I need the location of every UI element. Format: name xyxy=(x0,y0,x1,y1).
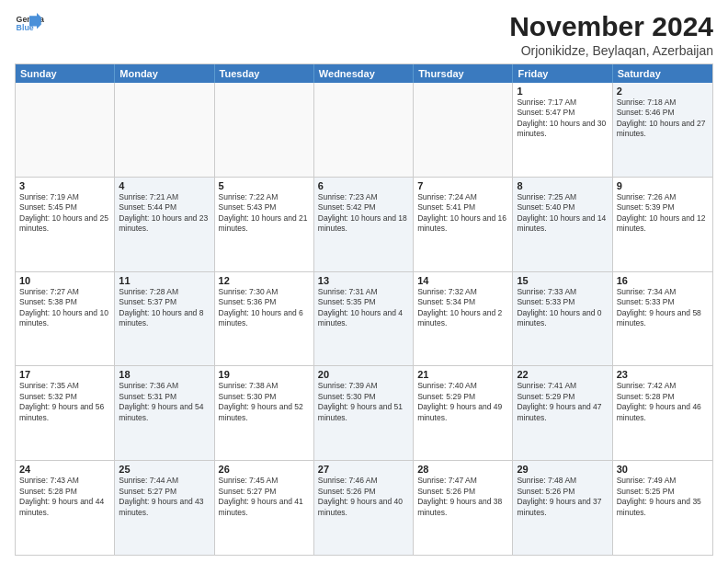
cell-info: Sunrise: 7:41 AM Sunset: 5:29 PM Dayligh… xyxy=(517,381,608,423)
cell-info: Sunrise: 7:34 AM Sunset: 5:33 PM Dayligh… xyxy=(617,287,709,329)
cell-info: Sunrise: 7:18 AM Sunset: 5:46 PM Dayligh… xyxy=(617,98,709,140)
cell-info: Sunrise: 7:42 AM Sunset: 5:28 PM Dayligh… xyxy=(617,381,709,423)
calendar-cell: 19Sunrise: 7:38 AM Sunset: 5:30 PM Dayli… xyxy=(215,366,314,460)
calendar-cell: 10Sunrise: 7:27 AM Sunset: 5:38 PM Dayli… xyxy=(16,272,115,366)
day-number: 10 xyxy=(19,275,110,286)
calendar-cell: 20Sunrise: 7:39 AM Sunset: 5:30 PM Dayli… xyxy=(314,366,414,460)
day-number: 2 xyxy=(617,86,709,97)
day-number: 25 xyxy=(119,464,210,475)
day-number: 29 xyxy=(517,464,608,475)
day-number: 20 xyxy=(318,369,409,380)
cell-info: Sunrise: 7:19 AM Sunset: 5:45 PM Dayligh… xyxy=(19,192,110,235)
calendar-cell: 3Sunrise: 7:19 AM Sunset: 5:45 PM Daylig… xyxy=(16,178,115,271)
cell-info: Sunrise: 7:21 AM Sunset: 5:44 PM Dayligh… xyxy=(119,192,210,235)
calendar-body: 1Sunrise: 7:17 AM Sunset: 5:47 PM Daylig… xyxy=(16,83,712,555)
day-number: 6 xyxy=(318,180,409,191)
cell-info: Sunrise: 7:48 AM Sunset: 5:26 PM Dayligh… xyxy=(517,476,608,518)
calendar-cell: 14Sunrise: 7:32 AM Sunset: 5:34 PM Dayli… xyxy=(414,272,513,366)
calendar: SundayMondayTuesdayWednesdayThursdayFrid… xyxy=(15,63,713,556)
calendar-cell: 17Sunrise: 7:35 AM Sunset: 5:32 PM Dayli… xyxy=(16,366,115,460)
calendar-cell: 16Sunrise: 7:34 AM Sunset: 5:33 PM Dayli… xyxy=(613,272,712,366)
header-day-friday: Friday xyxy=(513,64,612,83)
day-number: 21 xyxy=(417,369,508,380)
day-number: 1 xyxy=(517,86,608,97)
cell-info: Sunrise: 7:28 AM Sunset: 5:37 PM Dayligh… xyxy=(119,287,210,329)
title-block: November 2024 Orjonikidze, Beylaqan, Aze… xyxy=(509,11,713,58)
calendar-cell: 15Sunrise: 7:33 AM Sunset: 5:33 PM Dayli… xyxy=(513,272,612,366)
calendar-header: SundayMondayTuesdayWednesdayThursdayFrid… xyxy=(16,64,712,83)
calendar-cell: 18Sunrise: 7:36 AM Sunset: 5:31 PM Dayli… xyxy=(115,366,214,460)
calendar-cell xyxy=(16,83,115,177)
cell-info: Sunrise: 7:17 AM Sunset: 5:47 PM Dayligh… xyxy=(517,98,608,140)
day-number: 23 xyxy=(617,369,709,380)
calendar-cell: 11Sunrise: 7:28 AM Sunset: 5:37 PM Dayli… xyxy=(115,272,214,366)
calendar-cell: 7Sunrise: 7:24 AM Sunset: 5:41 PM Daylig… xyxy=(414,178,513,271)
calendar-cell xyxy=(414,83,513,177)
calendar-cell: 1Sunrise: 7:17 AM Sunset: 5:47 PM Daylig… xyxy=(513,83,612,177)
day-number: 15 xyxy=(517,275,608,286)
cell-info: Sunrise: 7:39 AM Sunset: 5:30 PM Dayligh… xyxy=(318,381,409,423)
calendar-cell: 27Sunrise: 7:46 AM Sunset: 5:26 PM Dayli… xyxy=(314,461,414,555)
calendar-cell: 5Sunrise: 7:22 AM Sunset: 5:43 PM Daylig… xyxy=(215,178,314,271)
cell-info: Sunrise: 7:30 AM Sunset: 5:36 PM Dayligh… xyxy=(219,287,310,329)
calendar-cell: 6Sunrise: 7:23 AM Sunset: 5:42 PM Daylig… xyxy=(314,178,414,271)
day-number: 4 xyxy=(119,180,210,191)
day-number: 17 xyxy=(19,369,110,380)
header-day-sunday: Sunday xyxy=(16,64,115,83)
day-number: 30 xyxy=(617,464,709,475)
calendar-cell: 28Sunrise: 7:47 AM Sunset: 5:26 PM Dayli… xyxy=(414,461,513,555)
cell-info: Sunrise: 7:38 AM Sunset: 5:30 PM Dayligh… xyxy=(219,381,310,423)
day-number: 16 xyxy=(617,275,709,286)
header-day-monday: Monday xyxy=(115,64,214,83)
calendar-row-0: 1Sunrise: 7:17 AM Sunset: 5:47 PM Daylig… xyxy=(16,83,712,178)
day-number: 26 xyxy=(219,464,310,475)
calendar-cell: 21Sunrise: 7:40 AM Sunset: 5:29 PM Dayli… xyxy=(414,366,513,460)
main-title: November 2024 xyxy=(509,11,713,41)
subtitle: Orjonikidze, Beylaqan, Azerbaijan xyxy=(509,43,713,58)
header-day-saturday: Saturday xyxy=(613,64,712,83)
day-number: 12 xyxy=(219,275,310,286)
cell-info: Sunrise: 7:35 AM Sunset: 5:32 PM Dayligh… xyxy=(19,381,110,423)
calendar-cell: 2Sunrise: 7:18 AM Sunset: 5:46 PM Daylig… xyxy=(613,83,712,177)
calendar-cell: 24Sunrise: 7:43 AM Sunset: 5:28 PM Dayli… xyxy=(16,461,115,555)
day-number: 24 xyxy=(19,464,110,475)
calendar-cell: 23Sunrise: 7:42 AM Sunset: 5:28 PM Dayli… xyxy=(613,366,712,460)
calendar-cell: 13Sunrise: 7:31 AM Sunset: 5:35 PM Dayli… xyxy=(314,272,414,366)
logo: General Blue xyxy=(15,11,44,37)
day-number: 13 xyxy=(318,275,409,286)
cell-info: Sunrise: 7:32 AM Sunset: 5:34 PM Dayligh… xyxy=(417,287,508,329)
calendar-cell xyxy=(115,83,214,177)
cell-info: Sunrise: 7:45 AM Sunset: 5:27 PM Dayligh… xyxy=(219,476,310,518)
cell-info: Sunrise: 7:44 AM Sunset: 5:27 PM Dayligh… xyxy=(119,476,210,518)
calendar-cell: 22Sunrise: 7:41 AM Sunset: 5:29 PM Dayli… xyxy=(513,366,612,460)
day-number: 5 xyxy=(219,180,310,191)
cell-info: Sunrise: 7:25 AM Sunset: 5:40 PM Dayligh… xyxy=(517,192,608,235)
header: General Blue November 2024 Orjonikidze, … xyxy=(15,11,713,58)
calendar-cell: 26Sunrise: 7:45 AM Sunset: 5:27 PM Dayli… xyxy=(215,461,314,555)
calendar-cell: 8Sunrise: 7:25 AM Sunset: 5:40 PM Daylig… xyxy=(513,178,612,271)
day-number: 19 xyxy=(219,369,310,380)
cell-info: Sunrise: 7:33 AM Sunset: 5:33 PM Dayligh… xyxy=(517,287,608,329)
calendar-row-1: 3Sunrise: 7:19 AM Sunset: 5:45 PM Daylig… xyxy=(16,178,712,272)
day-number: 14 xyxy=(417,275,508,286)
cell-info: Sunrise: 7:46 AM Sunset: 5:26 PM Dayligh… xyxy=(318,476,409,518)
cell-info: Sunrise: 7:22 AM Sunset: 5:43 PM Dayligh… xyxy=(219,192,310,235)
cell-info: Sunrise: 7:47 AM Sunset: 5:26 PM Dayligh… xyxy=(417,476,508,518)
cell-info: Sunrise: 7:31 AM Sunset: 5:35 PM Dayligh… xyxy=(318,287,409,329)
cell-info: Sunrise: 7:49 AM Sunset: 5:25 PM Dayligh… xyxy=(617,476,709,518)
calendar-cell xyxy=(215,83,314,177)
calendar-row-2: 10Sunrise: 7:27 AM Sunset: 5:38 PM Dayli… xyxy=(16,272,712,367)
day-number: 9 xyxy=(617,180,709,191)
day-number: 8 xyxy=(517,180,608,191)
calendar-cell: 30Sunrise: 7:49 AM Sunset: 5:25 PM Dayli… xyxy=(613,461,712,555)
header-day-tuesday: Tuesday xyxy=(215,64,314,83)
calendar-cell: 29Sunrise: 7:48 AM Sunset: 5:26 PM Dayli… xyxy=(513,461,612,555)
day-number: 7 xyxy=(417,180,508,191)
cell-info: Sunrise: 7:43 AM Sunset: 5:28 PM Dayligh… xyxy=(19,476,110,518)
calendar-cell: 4Sunrise: 7:21 AM Sunset: 5:44 PM Daylig… xyxy=(115,178,214,271)
cell-info: Sunrise: 7:36 AM Sunset: 5:31 PM Dayligh… xyxy=(119,381,210,423)
calendar-cell: 25Sunrise: 7:44 AM Sunset: 5:27 PM Dayli… xyxy=(115,461,214,555)
cell-info: Sunrise: 7:40 AM Sunset: 5:29 PM Dayligh… xyxy=(417,381,508,423)
calendar-cell: 12Sunrise: 7:30 AM Sunset: 5:36 PM Dayli… xyxy=(215,272,314,366)
day-number: 28 xyxy=(417,464,508,475)
